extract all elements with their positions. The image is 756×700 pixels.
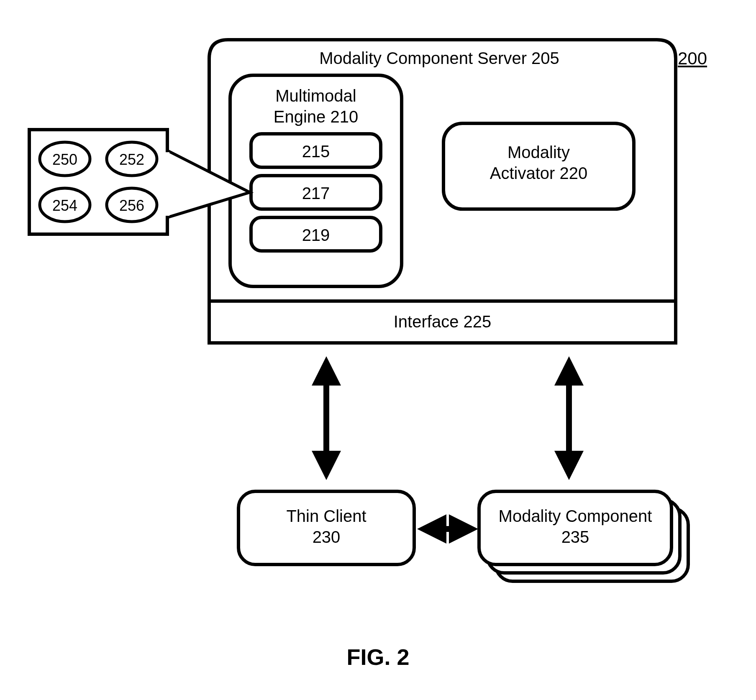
activator-line2: Activator 220 (443, 163, 634, 183)
interface-label: Interface 225 (209, 312, 676, 332)
callout-254-label: 254 (48, 197, 82, 215)
engine-block-215-label: 215 (251, 141, 381, 161)
callout-252-label: 252 (115, 151, 149, 169)
engine-title-line1: Multimodal (251, 86, 381, 106)
engine-block-219-label: 219 (251, 225, 381, 245)
modality-component-line2: 235 (479, 527, 671, 547)
figure-number: 200 (678, 48, 707, 69)
engine-title-line2: Engine 210 (251, 107, 381, 127)
activator-line1: Modality (443, 142, 634, 162)
modality-component-line1: Modality Component (479, 506, 671, 526)
figure-caption: FIG. 2 (0, 644, 756, 670)
callout-250-label: 250 (48, 151, 82, 169)
callout-256-label: 256 (115, 197, 149, 215)
engine-block-217-label: 217 (251, 183, 381, 203)
server-title: Modality Component Server 205 (293, 48, 586, 68)
thin-client-line1: Thin Client (238, 506, 414, 526)
thin-client-line2: 230 (238, 527, 414, 547)
